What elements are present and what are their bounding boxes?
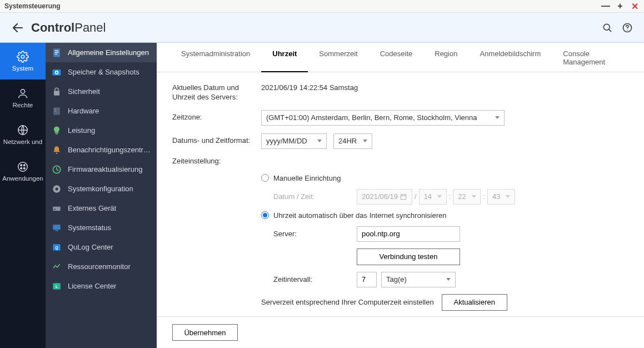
row-datetimeformat: Datums- und Zeitformat: yyyy/MM/DD 24HR [172, 133, 628, 149]
header-actions [602, 22, 633, 33]
camera-icon [51, 67, 62, 78]
category-apps[interactable]: Anwendungen [0, 153, 46, 190]
form: Aktuelles Datum und Uhrzeit des Servers:… [157, 72, 644, 316]
sync-desc: Serverzeit entsprechend Ihrer Computerze… [261, 298, 434, 306]
minimize-icon[interactable]: — [601, 1, 611, 11]
row-manual-datetime: Datum / Zeit: 2021/06/19 / 14 : 22 : 43 [273, 189, 628, 205]
tab-dst[interactable]: Sommerzeit [308, 43, 368, 72]
svg-line-2 [609, 29, 611, 31]
svg-rect-14 [55, 50, 59, 51]
manual-sec-select: 43 [487, 189, 515, 205]
sidebar-item-hardware[interactable]: Hardware [46, 101, 157, 121]
window-title: Systemsteuerung [4, 2, 61, 10]
sidebar-item-label: Sicherheit [68, 87, 100, 96]
dateformat-select[interactable]: yyyy/MM/DD [261, 133, 327, 149]
separator: : [483, 192, 485, 201]
svg-rect-20 [54, 91, 59, 95]
apps-icon [17, 161, 29, 173]
sidebar-item-qulog[interactable]: Q QuLog Center [46, 237, 157, 257]
manual-date-input: 2021/06/19 [357, 189, 412, 205]
lock-icon [51, 86, 62, 97]
sidebar-item-license[interactable]: L License Center [46, 276, 157, 296]
radio-auto[interactable] [261, 211, 269, 219]
search-icon[interactable] [602, 22, 613, 33]
timezone-select[interactable]: (GMT+01:00) Amsterdam, Berlin, Bern, Rom… [261, 110, 505, 126]
titlebar: Systemsteuerung — + ✕ [0, 0, 644, 13]
update-icon [51, 164, 62, 175]
timeformat-select[interactable]: 24HR [333, 133, 372, 149]
gear-small-icon [51, 183, 62, 195]
sidebar-item-notifications[interactable]: Benachrichtigungszentrum [46, 140, 157, 160]
interval-unit-select[interactable]: Tag(e) [381, 272, 456, 287]
tab-region[interactable]: Region [423, 43, 468, 72]
radio-auto-row[interactable]: Uhrzeit automatisch über das Internet sy… [261, 211, 628, 220]
sidebar-item-label: Ressourcenmonitor [68, 262, 131, 271]
globe-icon [17, 124, 29, 136]
user-icon [17, 87, 29, 100]
server-input[interactable] [357, 226, 460, 242]
svg-rect-24 [56, 133, 58, 135]
license-icon: L [51, 281, 62, 292]
apply-button[interactable]: Übernehmen [172, 324, 238, 341]
svg-point-4 [627, 29, 628, 30]
interval-label: Zeitintervall: [273, 275, 357, 284]
close-icon[interactable]: ✕ [630, 1, 640, 11]
tab-sysadmin[interactable]: Systemadministration [170, 43, 261, 72]
timezone-value: (GMT+01:00) Amsterdam, Berlin, Bern, Rom… [266, 113, 477, 122]
tab-codepage[interactable]: Codeseite [369, 43, 424, 72]
radio-manual-row[interactable]: Manuelle Einrichtung [261, 174, 628, 182]
device-icon [51, 203, 62, 214]
bell-icon [51, 145, 62, 156]
radio-manual[interactable] [261, 174, 269, 182]
back-button[interactable] [11, 21, 24, 34]
tab-login[interactable]: Anmeldebildschirm [468, 43, 552, 72]
timezone-label: Zeitzone: [172, 113, 261, 122]
tabs: Systemadministration Uhrzeit Sommerzeit … [157, 43, 644, 72]
svg-rect-16 [55, 53, 57, 54]
sidebar-item-general[interactable]: Allgemeine Einstellungen [46, 43, 157, 62]
category-system[interactable]: System [0, 43, 46, 79]
sidebar-item-label: Firmwareaktualisierung [68, 165, 142, 173]
category-label: Netzwerk und [3, 138, 42, 145]
help-icon[interactable] [622, 22, 633, 33]
sidebar-item-resource[interactable]: Ressourcenmonitor [46, 257, 157, 276]
svg-text:Q: Q [55, 245, 58, 250]
category-network[interactable]: Netzwerk und [0, 116, 46, 153]
footer: Übernehmen [157, 316, 644, 348]
manual-min-select: 22 [453, 189, 481, 205]
titlebar-actions: — + ✕ [601, 1, 640, 11]
svg-point-10 [23, 165, 25, 166]
server-label: Server: [273, 230, 357, 238]
page-title: ControlPanel [31, 21, 106, 35]
update-button[interactable]: Aktualisieren [442, 294, 507, 311]
svg-rect-30 [54, 208, 56, 209]
svg-point-11 [21, 167, 22, 169]
sidebar-item-security[interactable]: Sicherheit [46, 82, 157, 101]
chevron-down-icon [495, 116, 500, 119]
maximize-icon[interactable]: + [615, 1, 625, 11]
svg-point-8 [18, 162, 28, 172]
sidebar-item-firmware[interactable]: Firmwareaktualisierung [46, 160, 157, 179]
sidebar-item-storage[interactable]: Speicher & Snapshots [46, 62, 157, 82]
test-connection-button[interactable]: Verbindung testen [357, 248, 460, 265]
svg-point-9 [21, 165, 22, 166]
sidebar-item-status[interactable]: Systemstatus [46, 218, 157, 237]
sidebar-item-external[interactable]: Externes Gerät [46, 198, 157, 218]
server-icon [51, 106, 62, 117]
category-rights[interactable]: Rechte [0, 79, 46, 116]
interval-value-input[interactable] [357, 272, 377, 287]
sidebar-item-sysconfig[interactable]: Systemkonfiguration [46, 179, 157, 198]
sidebar-item-performance[interactable]: Leistung [46, 121, 157, 140]
svg-rect-29 [53, 206, 60, 211]
main: System Rechte Netzwerk und Anwendungen A… [0, 43, 644, 348]
manual-sub-label: Datum / Zeit: [273, 192, 357, 201]
tab-time[interactable]: Uhrzeit [261, 43, 308, 72]
svg-rect-23 [55, 111, 56, 112]
chart-icon [51, 261, 62, 272]
chevron-down-icon [317, 140, 322, 142]
row-current-datetime: Aktuelles Datum und Uhrzeit des Servers:… [172, 83, 628, 102]
dateformat-value: yyyy/MM/DD [266, 137, 307, 145]
svg-rect-22 [55, 108, 56, 110]
svg-point-19 [56, 71, 57, 73]
tab-console[interactable]: Console Management [552, 43, 631, 72]
